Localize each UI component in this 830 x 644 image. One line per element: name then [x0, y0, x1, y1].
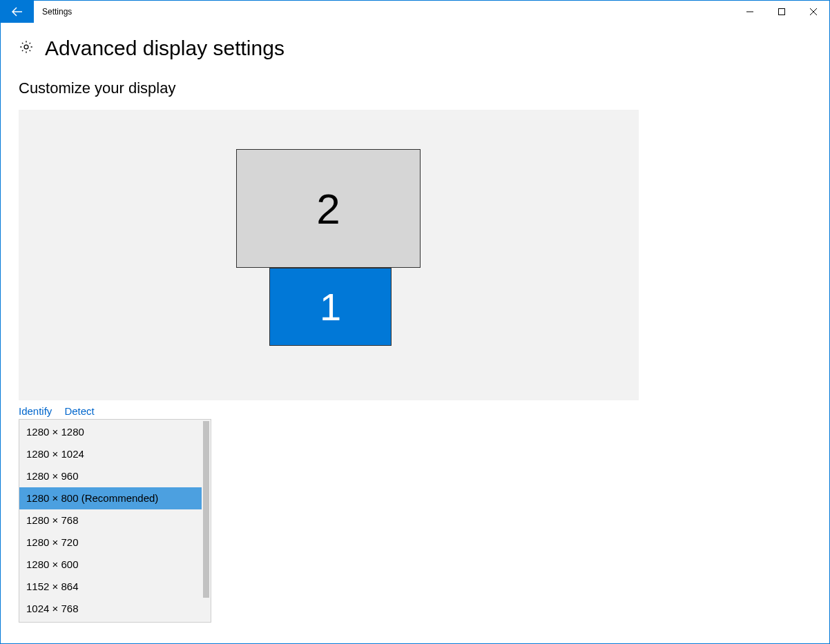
page-header: Advanced display settings	[19, 37, 811, 60]
minimize-icon	[746, 8, 753, 15]
resolution-option[interactable]: 1280 × 600	[19, 554, 202, 576]
back-arrow-icon	[12, 6, 23, 17]
resolution-option-selected[interactable]: 1280 × 800 (Recommended)	[19, 487, 202, 509]
detect-link[interactable]: Detect	[64, 405, 94, 417]
close-icon	[810, 8, 817, 15]
title-bar: Settings	[1, 1, 829, 23]
resolution-option[interactable]: 1280 × 1024	[19, 443, 202, 465]
resolution-option[interactable]: 1280 × 1280	[19, 421, 202, 443]
close-button[interactable]	[798, 1, 829, 23]
dropdown-list: 1280 × 1280 1280 × 1024 1280 × 960 1280 …	[19, 420, 202, 622]
settings-window: Settings Advanced display settings Cus	[0, 0, 830, 644]
window-controls	[734, 1, 829, 23]
identify-link[interactable]: Identify	[19, 405, 52, 417]
svg-rect-0	[779, 9, 785, 15]
monitor-label: 1	[320, 284, 341, 329]
display-action-links: Identify Detect	[19, 405, 811, 417]
maximize-button[interactable]	[766, 1, 798, 23]
resolution-dropdown[interactable]: 1280 × 1280 1280 × 1024 1280 × 960 1280 …	[19, 419, 211, 623]
minimize-button[interactable]	[734, 1, 766, 23]
dropdown-scrollbar[interactable]	[202, 420, 211, 622]
resolution-option[interactable]: 1280 × 720	[19, 531, 202, 554]
monitor-tile-2[interactable]: 2	[236, 149, 421, 268]
gear-icon	[19, 39, 34, 57]
resolution-option[interactable]: 1024 × 768	[19, 598, 202, 620]
section-title: Customize your display	[19, 79, 811, 97]
monitor-tile-1[interactable]: 1	[269, 268, 392, 346]
resolution-option[interactable]: 1280 × 960	[19, 465, 202, 487]
maximize-icon	[778, 8, 785, 15]
page-title: Advanced display settings	[45, 37, 284, 60]
back-button[interactable]	[1, 1, 34, 23]
window-title: Settings	[42, 1, 72, 23]
monitor-label: 2	[316, 184, 340, 233]
resolution-option[interactable]: 1152 × 864	[19, 576, 202, 598]
display-arranger[interactable]: 2 1	[19, 110, 639, 400]
svg-point-1	[24, 45, 28, 49]
scrollbar-thumb[interactable]	[203, 421, 209, 598]
resolution-option[interactable]: 1280 × 768	[19, 509, 202, 531]
content-area: Advanced display settings Customize your…	[1, 23, 829, 643]
